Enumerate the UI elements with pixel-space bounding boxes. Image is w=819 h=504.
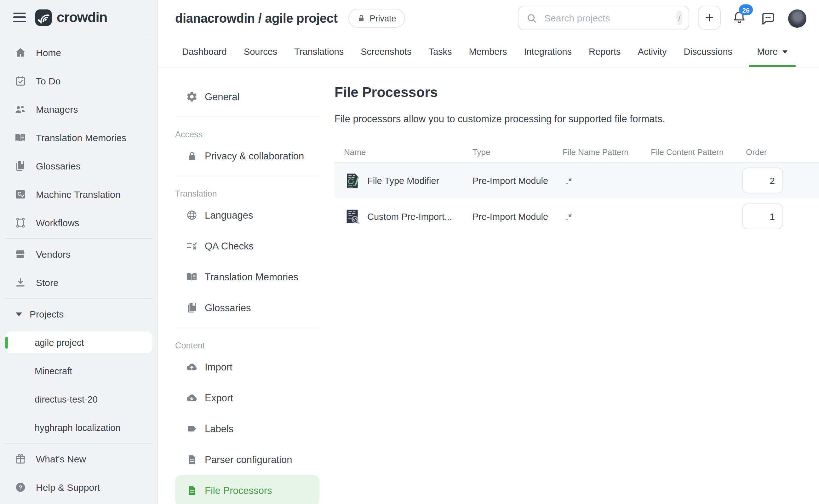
crowdin-wordmark: crowdin <box>57 9 107 26</box>
messages-button[interactable] <box>760 11 776 26</box>
tab-activity[interactable]: Activity <box>637 37 667 67</box>
sidebar-divider <box>5 298 152 299</box>
sidebar-item-home[interactable]: Home <box>0 38 157 67</box>
settings-section-translation: Translation <box>175 181 319 200</box>
project-label: agile project <box>35 337 84 347</box>
file-processors-icon <box>186 484 198 496</box>
tab-more[interactable]: More <box>749 37 795 67</box>
project-tabs: Dashboard Sources Translations Screensho… <box>158 37 819 67</box>
column-header-file-content-pattern: File Content Pattern <box>651 147 742 157</box>
table-row-custom-pre-import[interactable]: Custom Pre-Import... Pre-Import Module .… <box>335 198 819 234</box>
labels-tag-icon <box>186 423 198 435</box>
settings-item-labels[interactable]: Labels <box>175 413 319 444</box>
vendors-icon <box>14 248 26 260</box>
project-label: Minecraft <box>35 366 72 376</box>
column-header-order: Order <box>742 147 819 157</box>
sidebar-project-agile-project[interactable]: agile project <box>5 331 152 353</box>
column-header-type: Type <box>473 147 563 157</box>
chevron-down-icon <box>16 312 22 316</box>
sidebar-item-label: What's New <box>36 454 86 464</box>
settings-item-qa-checks[interactable]: QA Checks <box>175 231 319 261</box>
tab-screenshots[interactable]: Screenshots <box>360 37 412 67</box>
crowdin-logo[interactable]: crowdin <box>35 9 107 26</box>
managers-icon <box>14 103 26 115</box>
settings-item-file-processors[interactable]: File Processors <box>175 475 319 504</box>
tab-discussions[interactable]: Discussions <box>683 37 733 67</box>
settings-item-import[interactable]: Import <box>175 352 319 382</box>
sidebar-item-glossaries[interactable]: Glossaries <box>0 152 157 180</box>
sidebar-project-minecraft[interactable]: Minecraft <box>0 357 157 385</box>
order-input[interactable] <box>742 203 783 229</box>
sidebar-item-whats-new[interactable]: What's New <box>0 445 157 473</box>
search-input[interactable] <box>543 12 671 24</box>
settings-item-parser-configuration[interactable]: Parser configuration <box>175 444 319 475</box>
processor-file-name-pattern: .* <box>563 211 651 221</box>
help-question-icon: ? <box>14 481 26 493</box>
file-processors-table: Name Type File Name Pattern File Content… <box>335 142 819 234</box>
settings-item-privacy-collaboration[interactable]: Privacy & collaboration <box>175 140 319 171</box>
sidebar-item-managers[interactable]: Managers <box>0 95 157 123</box>
table-header-row: Name Type File Name Pattern File Content… <box>335 142 819 163</box>
svg-text:G: G <box>17 191 21 197</box>
translation-memories-icon <box>14 132 26 144</box>
sidebar-item-vendors[interactable]: Vendors <box>0 240 157 268</box>
project-label: hyghraph localization <box>35 422 120 432</box>
settings-divider <box>175 328 319 328</box>
tab-tasks[interactable]: Tasks <box>428 37 452 67</box>
table-row-file-type-modifier[interactable]: File Type Modifier Pre-Import Module .* <box>335 163 819 198</box>
create-project-button[interactable] <box>698 6 721 30</box>
crowdin-logo-icon <box>35 9 52 26</box>
sidebar-projects-toggle[interactable]: Projects <box>0 300 157 328</box>
sidebar-item-help-support[interactable]: ? Help & Support <box>0 473 157 501</box>
tab-sources[interactable]: Sources <box>243 37 278 67</box>
sidebar-item-workflows[interactable]: Workflows <box>0 209 157 237</box>
notifications-button[interactable]: 26 <box>732 10 747 26</box>
processor-type: Pre-Import Module <box>473 211 563 221</box>
sidebar-item-label: Help & Support <box>36 482 100 493</box>
processor-name: Custom Pre-Import... <box>367 211 452 221</box>
tab-members[interactable]: Members <box>468 37 508 67</box>
whats-new-gift-icon <box>14 453 26 465</box>
settings-item-glossaries[interactable]: Glossaries <box>175 292 319 323</box>
privacy-badge: Private <box>348 9 405 28</box>
user-avatar[interactable] <box>788 9 806 28</box>
sidebar-item-todo[interactable]: To Do <box>0 67 157 95</box>
crowdin-app: crowdin Home To Do Managers <box>0 0 819 504</box>
main-sidebar: crowdin Home To Do Managers <box>0 0 158 504</box>
tab-integrations[interactable]: Integrations <box>523 37 572 67</box>
order-input[interactable] <box>742 168 783 193</box>
import-cloud-icon <box>186 361 198 373</box>
settings-item-label: File Processors <box>205 485 272 496</box>
parser-configuration-icon <box>186 454 198 466</box>
settings-section-content: Content <box>175 333 319 352</box>
sidebar-item-machine-translation[interactable]: G Machine Translation <box>0 180 157 209</box>
settings-divider <box>175 176 319 176</box>
search-box[interactable]: / <box>518 6 689 30</box>
processor-name: File Type Modifier <box>367 175 439 186</box>
search-icon <box>526 12 537 24</box>
sidebar-item-translation-memories[interactable]: Translation Memories <box>0 123 157 152</box>
sidebar-nav: Home To Do Managers Translation Memories <box>0 35 157 237</box>
settings-nav: General Access Privacy & collaboration T… <box>175 81 319 504</box>
hamburger-menu-icon[interactable] <box>13 13 26 22</box>
settings-item-general[interactable]: General <box>175 81 319 112</box>
tab-dashboard[interactable]: Dashboard <box>181 37 227 67</box>
sidebar-project-directus-test-20[interactable]: directus-test-20 <box>0 385 157 413</box>
sidebar-item-label: Translation Memories <box>36 132 126 143</box>
sidebar-header: crowdin <box>0 0 157 35</box>
settings-item-label: Export <box>205 392 233 404</box>
settings-item-export[interactable]: Export <box>175 382 319 413</box>
settings-item-languages[interactable]: Languages <box>175 200 319 231</box>
sidebar-item-label: Machine Translation <box>36 189 121 200</box>
tab-reports[interactable]: Reports <box>588 37 621 67</box>
qa-checks-icon <box>186 240 198 252</box>
sidebar-project-hyghraph-localization[interactable]: hyghraph localization <box>0 413 157 442</box>
tab-translations[interactable]: Translations <box>294 37 344 67</box>
content-title: File Processors <box>335 84 819 101</box>
glossaries-icon <box>186 302 198 314</box>
sidebar-item-store[interactable]: Store <box>0 268 157 297</box>
settings-item-translation-memories[interactable]: Translation Memories <box>175 261 319 292</box>
processor-file-name-pattern: .* <box>563 175 651 186</box>
sidebar-footer: What's New ? Help & Support <box>0 445 157 501</box>
sidebar-divider <box>5 443 152 444</box>
